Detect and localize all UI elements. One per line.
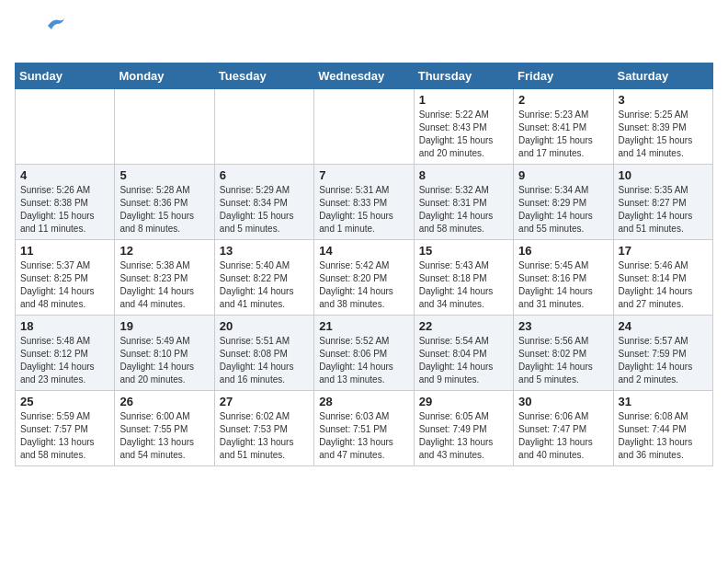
day-info: Sunrise: 6:03 AM Sunset: 7:51 PM Dayligh…: [319, 410, 408, 462]
calendar-cell: 13Sunrise: 5:40 AM Sunset: 8:22 PM Dayli…: [214, 240, 313, 316]
day-number: 20: [220, 319, 309, 333]
day-number: 16: [518, 244, 608, 258]
day-info: Sunrise: 5:32 AM Sunset: 8:31 PM Dayligh…: [419, 184, 508, 236]
calendar-cell: 6Sunrise: 5:29 AM Sunset: 8:34 PM Daylig…: [214, 165, 313, 240]
calendar-cell: 11Sunrise: 5:37 AM Sunset: 8:25 PM Dayli…: [16, 240, 115, 316]
day-number: 23: [518, 319, 608, 333]
day-info: Sunrise: 5:35 AM Sunset: 8:27 PM Dayligh…: [619, 184, 708, 236]
calendar-cell: 30Sunrise: 6:06 AM Sunset: 7:47 PM Dayli…: [514, 391, 613, 466]
calendar-cell: 21Sunrise: 5:52 AM Sunset: 8:06 PM Dayli…: [314, 316, 414, 391]
day-info: Sunrise: 5:43 AM Sunset: 8:18 PM Dayligh…: [419, 259, 508, 311]
calendar-cell: 12Sunrise: 5:38 AM Sunset: 8:23 PM Dayli…: [115, 240, 214, 316]
day-info: Sunrise: 6:08 AM Sunset: 7:44 PM Dayligh…: [619, 410, 708, 462]
day-number: 7: [319, 168, 408, 182]
day-number: 4: [20, 168, 109, 182]
calendar-cell: 23Sunrise: 5:56 AM Sunset: 8:02 PM Dayli…: [514, 316, 613, 391]
day-header-friday: Friday: [514, 63, 613, 89]
calendar-cell: 24Sunrise: 5:57 AM Sunset: 7:59 PM Dayli…: [613, 316, 712, 391]
day-number: 18: [20, 319, 109, 333]
day-number: 28: [319, 395, 408, 408]
calendar-cell: 9Sunrise: 5:34 AM Sunset: 8:29 PM Daylig…: [514, 165, 613, 240]
day-number: 8: [419, 168, 508, 182]
day-number: 9: [518, 168, 608, 182]
day-header-sunday: Sunday: [16, 63, 115, 89]
calendar-cell: 8Sunrise: 5:32 AM Sunset: 8:31 PM Daylig…: [414, 165, 513, 240]
calendar-cell: 27Sunrise: 6:02 AM Sunset: 7:53 PM Dayli…: [214, 391, 313, 466]
calendar-cell: 18Sunrise: 5:48 AM Sunset: 8:12 PM Dayli…: [16, 316, 115, 391]
day-number: 3: [619, 93, 708, 107]
calendar-cell: 16Sunrise: 5:45 AM Sunset: 8:16 PM Dayli…: [514, 240, 613, 316]
day-info: Sunrise: 6:00 AM Sunset: 7:55 PM Dayligh…: [119, 410, 209, 462]
day-number: 1: [419, 93, 508, 107]
logo-bird-icon: [46, 17, 64, 29]
day-info: Sunrise: 5:48 AM Sunset: 8:12 PM Dayligh…: [20, 335, 109, 386]
calendar-table: SundayMondayTuesdayWednesdayThursdayFrid…: [15, 63, 713, 466]
day-number: 6: [220, 168, 309, 182]
day-number: 22: [419, 319, 508, 333]
day-info: Sunrise: 5:52 AM Sunset: 8:06 PM Dayligh…: [319, 335, 408, 386]
calendar-cell: 17Sunrise: 5:46 AM Sunset: 8:14 PM Dayli…: [613, 240, 712, 316]
day-info: Sunrise: 5:56 AM Sunset: 8:02 PM Dayligh…: [518, 335, 608, 386]
day-number: 5: [119, 168, 209, 182]
day-info: Sunrise: 6:02 AM Sunset: 7:53 PM Dayligh…: [220, 410, 309, 462]
day-info: Sunrise: 5:59 AM Sunset: 7:57 PM Dayligh…: [20, 410, 109, 462]
page-header: [15, 15, 713, 52]
day-number: 10: [619, 168, 708, 182]
day-info: Sunrise: 6:06 AM Sunset: 7:47 PM Dayligh…: [518, 410, 608, 462]
calendar-week-5: 25Sunrise: 5:59 AM Sunset: 7:57 PM Dayli…: [16, 391, 713, 466]
day-info: Sunrise: 5:34 AM Sunset: 8:29 PM Dayligh…: [518, 184, 608, 236]
day-header-wednesday: Wednesday: [314, 63, 414, 89]
calendar-cell: [314, 89, 414, 165]
day-header-tuesday: Tuesday: [214, 63, 313, 89]
day-number: 24: [619, 319, 708, 333]
day-number: 27: [220, 395, 309, 408]
calendar-cell: 20Sunrise: 5:51 AM Sunset: 8:08 PM Dayli…: [214, 316, 313, 391]
day-header-monday: Monday: [115, 63, 214, 89]
day-number: 21: [319, 319, 408, 333]
day-header-saturday: Saturday: [613, 63, 712, 89]
calendar-week-4: 18Sunrise: 5:48 AM Sunset: 8:12 PM Dayli…: [16, 316, 713, 391]
day-number: 17: [619, 244, 708, 258]
logo: [15, 15, 61, 52]
day-info: Sunrise: 5:31 AM Sunset: 8:33 PM Dayligh…: [319, 184, 408, 236]
day-info: Sunrise: 5:22 AM Sunset: 8:43 PM Dayligh…: [419, 109, 508, 160]
day-info: Sunrise: 5:23 AM Sunset: 8:41 PM Dayligh…: [518, 109, 608, 160]
day-info: Sunrise: 5:45 AM Sunset: 8:16 PM Dayligh…: [518, 259, 608, 311]
day-number: 15: [419, 244, 508, 258]
day-number: 30: [518, 395, 608, 408]
day-info: Sunrise: 5:57 AM Sunset: 7:59 PM Dayligh…: [619, 335, 708, 386]
calendar-cell: 22Sunrise: 5:54 AM Sunset: 8:04 PM Dayli…: [414, 316, 513, 391]
calendar-cell: 26Sunrise: 6:00 AM Sunset: 7:55 PM Dayli…: [115, 391, 214, 466]
calendar-cell: 5Sunrise: 5:28 AM Sunset: 8:36 PM Daylig…: [115, 165, 214, 240]
calendar-cell: 3Sunrise: 5:25 AM Sunset: 8:39 PM Daylig…: [613, 89, 712, 165]
day-number: 12: [119, 244, 209, 258]
calendar-cell: 25Sunrise: 5:59 AM Sunset: 7:57 PM Dayli…: [16, 391, 115, 466]
calendar-cell: 28Sunrise: 6:03 AM Sunset: 7:51 PM Dayli…: [314, 391, 414, 466]
calendar-week-1: 1Sunrise: 5:22 AM Sunset: 8:43 PM Daylig…: [16, 89, 713, 165]
day-info: Sunrise: 5:29 AM Sunset: 8:34 PM Dayligh…: [220, 184, 309, 236]
day-info: Sunrise: 5:38 AM Sunset: 8:23 PM Dayligh…: [119, 259, 209, 311]
day-number: 14: [319, 244, 408, 258]
calendar-week-2: 4Sunrise: 5:26 AM Sunset: 8:38 PM Daylig…: [16, 165, 713, 240]
day-info: Sunrise: 5:37 AM Sunset: 8:25 PM Dayligh…: [20, 259, 109, 311]
calendar-cell: 14Sunrise: 5:42 AM Sunset: 8:20 PM Dayli…: [314, 240, 414, 316]
day-number: 31: [619, 395, 708, 408]
calendar-cell: 31Sunrise: 6:08 AM Sunset: 7:44 PM Dayli…: [613, 391, 712, 466]
day-info: Sunrise: 5:28 AM Sunset: 8:36 PM Dayligh…: [119, 184, 209, 236]
day-info: Sunrise: 5:49 AM Sunset: 8:10 PM Dayligh…: [119, 335, 209, 386]
calendar-cell: 15Sunrise: 5:43 AM Sunset: 8:18 PM Dayli…: [414, 240, 513, 316]
calendar-cell: 29Sunrise: 6:05 AM Sunset: 7:49 PM Dayli…: [414, 391, 513, 466]
day-number: 2: [518, 93, 608, 107]
calendar-cell: 4Sunrise: 5:26 AM Sunset: 8:38 PM Daylig…: [16, 165, 115, 240]
day-info: Sunrise: 5:51 AM Sunset: 8:08 PM Dayligh…: [220, 335, 309, 386]
day-info: Sunrise: 5:25 AM Sunset: 8:39 PM Dayligh…: [619, 109, 708, 160]
day-number: 25: [20, 395, 109, 408]
day-info: Sunrise: 6:05 AM Sunset: 7:49 PM Dayligh…: [419, 410, 508, 462]
day-number: 26: [119, 395, 209, 408]
day-info: Sunrise: 5:40 AM Sunset: 8:22 PM Dayligh…: [220, 259, 309, 311]
calendar-header-row: SundayMondayTuesdayWednesdayThursdayFrid…: [16, 63, 713, 89]
calendar-cell: [16, 89, 115, 165]
calendar-week-3: 11Sunrise: 5:37 AM Sunset: 8:25 PM Dayli…: [16, 240, 713, 316]
calendar-cell: 7Sunrise: 5:31 AM Sunset: 8:33 PM Daylig…: [314, 165, 414, 240]
day-number: 29: [419, 395, 508, 408]
